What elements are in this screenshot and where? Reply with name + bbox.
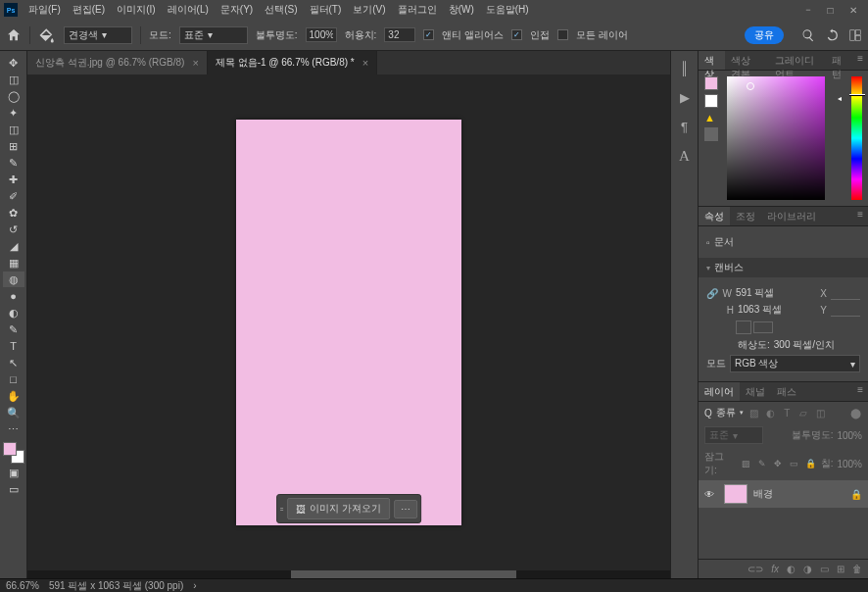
filter-adjustment-icon[interactable]: ◐ — [764, 407, 777, 419]
new-layer-icon[interactable]: ⊞ — [837, 564, 844, 574]
window-close-icon[interactable]: ✕ — [847, 5, 858, 16]
filter-smart-icon[interactable]: ◫ — [814, 407, 827, 419]
move-tool[interactable]: ✥ — [3, 55, 24, 71]
document-tab-2[interactable]: 제목 없음-1 @ 66.7% (RGB/8) * × — [208, 51, 377, 74]
menu-view[interactable]: 보기(V) — [348, 1, 390, 19]
path-tool[interactable]: ↖ — [3, 355, 24, 370]
visibility-toggle-icon[interactable]: 👁 — [704, 489, 718, 500]
panel-menu-icon[interactable]: ≡ — [852, 207, 868, 225]
tab-swatches[interactable]: 색상 견본 — [725, 51, 769, 70]
play-icon[interactable]: ▶ — [676, 88, 694, 106]
height-value[interactable]: 1063 픽셀 — [738, 303, 813, 317]
tab-color[interactable]: 색상 — [699, 51, 725, 70]
menu-plugins[interactable]: 플러그인 — [393, 1, 442, 19]
tab-gradients[interactable]: 그레이디언트 — [769, 51, 826, 70]
y-input[interactable] — [831, 303, 860, 317]
portrait-icon[interactable] — [736, 321, 751, 334]
blur-tool[interactable]: ● — [3, 288, 24, 304]
screenmode-tool[interactable]: ▭ — [3, 481, 24, 497]
import-image-button[interactable]: 🖼 이미지 가져오기 — [287, 498, 390, 519]
bucket-tool[interactable]: ◍ — [3, 271, 24, 287]
gradient-tool[interactable]: ▦ — [3, 255, 24, 271]
hue-slider[interactable] — [851, 76, 862, 200]
panel-menu-icon[interactable]: ≡ — [852, 382, 868, 401]
workspace-icon[interactable] — [848, 28, 862, 42]
shape-tool[interactable]: □ — [3, 371, 24, 387]
filter-shape-icon[interactable]: ▱ — [797, 407, 810, 419]
horizontal-scrollbar[interactable] — [27, 570, 670, 578]
tab-paths[interactable]: 패스 — [771, 382, 802, 401]
resolution-value[interactable]: 300 픽셀/인치 — [774, 338, 835, 352]
color-field[interactable] — [727, 76, 825, 200]
layer-name[interactable]: 배경 — [753, 487, 773, 501]
canvas-section-header[interactable]: ▾캔버스 — [699, 258, 868, 277]
all-layers-checkbox[interactable] — [557, 29, 568, 40]
menu-window[interactable]: 창(W) — [444, 1, 479, 19]
blend-mode-dropdown[interactable]: 표준▾ — [704, 426, 763, 444]
chevron-right-icon[interactable]: › — [193, 580, 196, 591]
lock-position-icon[interactable]: ✥ — [772, 458, 785, 470]
filter-toggle-icon[interactable]: ⬤ — [849, 407, 862, 419]
menu-file[interactable]: 파일(F) — [24, 1, 66, 19]
fill-source-dropdown[interactable]: 견경색▾ — [64, 26, 132, 44]
mask-icon[interactable]: ◐ — [787, 564, 796, 574]
type-tool[interactable]: T — [3, 338, 24, 354]
brush-tool[interactable]: ✐ — [3, 188, 24, 204]
document-tab-1[interactable]: 신앙측 석권.jpg @ 66.7% (RGB/8) × — [27, 51, 208, 74]
color-mode-dropdown[interactable]: RGB 색상▾ — [730, 355, 860, 372]
opacity-input[interactable] — [306, 27, 337, 42]
filter-search-icon[interactable]: Q — [704, 408, 712, 419]
picker-cursor-icon[interactable] — [747, 82, 754, 90]
hand-tool[interactable]: ✋ — [3, 388, 24, 404]
antialias-checkbox[interactable]: ✓ — [423, 29, 434, 40]
dodge-tool[interactable]: ◐ — [3, 305, 24, 321]
zoom-tool[interactable]: 🔍 — [3, 405, 24, 420]
tab-patterns[interactable]: 패턴 — [826, 51, 852, 70]
doc-info[interactable]: 591 픽셀 x 1063 픽셀 (300 ppi) — [49, 579, 183, 593]
lock-artboard-icon[interactable]: ▭ — [788, 458, 800, 470]
group-icon[interactable]: ▭ — [820, 564, 829, 574]
delete-layer-icon[interactable]: 🗑 — [852, 564, 862, 574]
layer-thumbnail[interactable] — [724, 484, 747, 504]
history-brush-tool[interactable]: ↺ — [3, 222, 24, 237]
contiguous-checkbox[interactable]: ✓ — [511, 29, 522, 40]
fg-mini-swatch[interactable] — [704, 76, 718, 90]
lasso-tool[interactable]: ◯ — [3, 88, 24, 104]
bg-mini-swatch[interactable] — [704, 94, 718, 108]
filter-pixel-icon[interactable]: ▨ — [747, 407, 760, 419]
menu-edit[interactable]: 편집(E) — [68, 1, 110, 19]
crop-tool[interactable]: ◫ — [3, 122, 24, 137]
link-layers-icon[interactable]: ⊂⊃ — [747, 564, 763, 574]
frame-tool[interactable]: ⊞ — [3, 138, 24, 154]
menu-image[interactable]: 이미지(I) — [112, 1, 160, 19]
filter-type-icon[interactable]: T — [781, 407, 794, 419]
color-swatches[interactable] — [3, 442, 24, 464]
menu-select[interactable]: 선택(S) — [260, 1, 302, 19]
landscape-icon[interactable] — [753, 321, 773, 333]
fill-value[interactable]: 100% — [837, 459, 862, 469]
layer-item[interactable]: 👁 배경 🔒 — [699, 480, 868, 508]
mode-dropdown[interactable]: 표준▾ — [179, 26, 248, 44]
window-minimize-icon[interactable]: － — [802, 5, 813, 16]
tab-layers[interactable]: 레이어 — [699, 382, 740, 401]
width-value[interactable]: 591 픽셀 — [736, 286, 813, 300]
quickmask-tool[interactable]: ▣ — [3, 465, 24, 480]
adjustment-icon[interactable]: ◑ — [803, 564, 812, 574]
layer-opacity-value[interactable]: 100% — [837, 430, 862, 441]
history-icon[interactable] — [825, 28, 839, 42]
panel-menu-icon[interactable]: ≡ — [852, 51, 868, 70]
marquee-tool[interactable]: ◫ — [3, 72, 24, 87]
eyedropper-tool[interactable]: ✎ — [3, 155, 24, 171]
layer-locked-icon[interactable]: 🔒 — [850, 489, 862, 500]
search-icon[interactable] — [801, 28, 815, 42]
tab-properties[interactable]: 속성 — [699, 207, 730, 225]
menu-help[interactable]: 도움말(H) — [481, 1, 534, 19]
canvas-viewport[interactable]: 🖼 이미지 가져오기 ⋯ — [27, 74, 670, 570]
lock-image-icon[interactable]: ✎ — [755, 458, 768, 470]
more-button[interactable]: ⋯ — [394, 500, 417, 518]
lock-all-icon[interactable]: 🔒 — [804, 458, 817, 470]
stamp-tool[interactable]: ✿ — [3, 205, 24, 221]
window-maximize-icon[interactable]: □ — [825, 5, 836, 16]
glyphs-icon[interactable]: A — [676, 147, 694, 165]
hue-thumb-icon[interactable] — [849, 94, 865, 96]
